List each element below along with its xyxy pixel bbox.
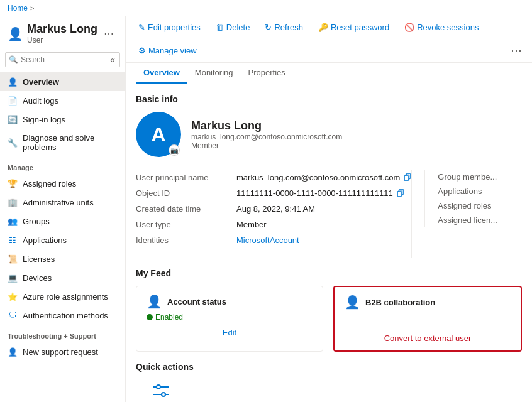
sidebar-item-diagnose-label: Diagnose and solve problems (23, 133, 118, 152)
license-icon: 📜 (8, 254, 18, 264)
search-input[interactable] (5, 52, 120, 67)
tab-overview[interactable]: Overview (136, 63, 187, 84)
tab-monitoring[interactable]: Monitoring (187, 63, 241, 84)
user-type-label: User type (136, 217, 236, 232)
sidebar-search-container: 🔍 « (5, 52, 120, 67)
sidebar-item-assigned-roles[interactable]: 🏆 Assigned roles (0, 174, 125, 193)
sidebar-item-audit-logs[interactable]: 📄 Audit logs (0, 91, 125, 110)
key-icon: 🔑 (318, 23, 328, 32)
sidebar-nav: 👤 Overview 📄 Audit logs 🔄 Sign-in logs 🔧… (0, 72, 125, 361)
quick-actions-section: Quick actions Edit properties (136, 362, 522, 402)
enabled-dot (147, 314, 153, 320)
sidebar-item-new-support[interactable]: 👤 New support request (0, 342, 125, 361)
auth-icon: 🛡 (8, 310, 18, 320)
basic-info-title: Basic info (136, 94, 522, 104)
toolbar: ✎ Edit properties 🗑 Delete ↻ Refresh 🔑 R… (126, 16, 532, 63)
licenses-stat-label: Assigned licen... (438, 215, 497, 225)
b2b-card: 👤 B2B collaboration Convert to external … (333, 286, 522, 352)
person-icon: 👤 (8, 77, 18, 87)
edit-properties-button[interactable]: ✎ Edit properties (136, 21, 203, 33)
sidebar-item-groups[interactable]: 👥 Groups (0, 212, 125, 231)
edit-icon: ✎ (138, 23, 145, 32)
account-status-title: 👤 Account status (147, 294, 313, 309)
account-edit-link[interactable]: Edit (147, 328, 313, 337)
revoke-sessions-button[interactable]: 🚫 Revoke sessions (402, 21, 481, 33)
breadcrumb-home[interactable]: Home (8, 4, 28, 13)
trash-icon: 🗑 (216, 23, 224, 32)
refresh-label: Refresh (274, 23, 303, 32)
refresh-button[interactable]: ↻ Refresh (262, 21, 306, 33)
manage-view-button[interactable]: ⚙ Manage view (136, 45, 199, 57)
applications-stat-label: Applications (438, 187, 482, 196)
reset-password-button[interactable]: 🔑 Reset password (316, 21, 392, 33)
svg-point-2 (157, 385, 160, 389)
main-content: ✎ Edit properties 🗑 Delete ↻ Refresh 🔑 R… (126, 16, 532, 402)
sidebar-header: 👤 Markus Long User ⋯ (0, 16, 125, 47)
my-feed-title: My Feed (136, 268, 522, 278)
sidebar-item-azure-role-label: Azure role assignments (23, 292, 108, 302)
sidebar-item-assigned-roles-label: Assigned roles (23, 179, 76, 188)
manage-section-label: Manage (0, 156, 125, 174)
tab-properties[interactable]: Properties (241, 63, 293, 84)
user-details: Markus Long markus_long.com@contoso.onmi… (191, 119, 342, 150)
sidebar-item-admin-units-label: Administrative units (23, 198, 94, 207)
tabs: Overview Monitoring Properties (126, 63, 532, 84)
sidebar-item-admin-units[interactable]: 🏢 Administrative units (0, 193, 125, 212)
stat-applications: Applications 6 (438, 184, 532, 198)
sidebar-item-auth-methods[interactable]: 🛡 Authentication methods (0, 306, 125, 325)
sidebar-item-licenses[interactable]: 📜 Licenses (0, 249, 125, 268)
collapse-icon[interactable]: « (110, 55, 115, 65)
user-info-header: A 📷 Markus Long markus_long.com@contoso.… (136, 112, 522, 157)
admin-icon: 🏢 (8, 197, 18, 207)
apps-icon: ☷ (8, 235, 18, 245)
sidebar-item-overview-label: Overview (23, 77, 59, 87)
identities-value: MicrosoftAccount (236, 232, 411, 248)
sidebar-item-azure-role[interactable]: ⭐ Azure role assignments (0, 287, 125, 306)
sidebar-item-audit-logs-label: Audit logs (23, 96, 58, 106)
b2b-title: 👤 B2B collaboration (345, 295, 511, 310)
sidebar-item-sign-in-logs[interactable]: 🔄 Sign-in logs (0, 110, 125, 129)
breadcrumb-separator: > (30, 4, 34, 12)
group-members-label: Group membe... (438, 172, 497, 182)
sidebar-item-diagnose[interactable]: 🔧 Diagnose and solve problems (0, 129, 125, 156)
quick-action-edit-properties[interactable]: Edit properties (136, 379, 186, 402)
feed-cards: 👤 Account status Enabled Edit 👤 (136, 286, 522, 352)
manage-view-label: Manage view (148, 46, 197, 55)
sidebar-more-icon[interactable]: ⋯ (104, 28, 114, 40)
camera-icon[interactable]: 📷 (169, 144, 180, 156)
created-label: Created date time (136, 201, 236, 217)
copy-object-id-icon[interactable]: 🗍 (397, 189, 404, 198)
my-feed-section: My Feed 👤 Account status Enabled Edit (136, 268, 522, 352)
sidebar-item-applications-label: Applications (23, 236, 67, 245)
sidebar-user-name: Markus Long (27, 23, 97, 36)
delete-button[interactable]: 🗑 Delete (213, 21, 253, 33)
created-value: Aug 8, 2022, 9:41 AM (236, 201, 411, 217)
delete-label: Delete (226, 23, 250, 32)
devices-icon: 💻 (8, 273, 18, 283)
copy-upn-icon[interactable]: 🗍 (404, 173, 411, 182)
audit-log-icon: 📄 (8, 95, 18, 106)
sidebar-item-devices[interactable]: 💻 Devices (0, 268, 125, 287)
sidebar-item-auth-methods-label: Authentication methods (23, 311, 108, 320)
troubleshoot-section-label: Troubleshooting + Support (0, 325, 125, 342)
svg-point-3 (162, 393, 165, 396)
sidebar-item-overview[interactable]: 👤 Overview (0, 72, 125, 91)
breadcrumb: Home > (0, 0, 532, 16)
gear-icon: ⚙ (138, 46, 146, 55)
avatar: A 📷 (136, 112, 181, 157)
page-content: Basic info A 📷 Markus Long markus_long.c… (126, 84, 532, 402)
sidebar-item-applications[interactable]: ☷ Applications (0, 231, 125, 249)
convert-external-user-link[interactable]: Convert to external user (345, 334, 511, 343)
stats-panel: Group membe... 1 Applications 6 Assigned… (411, 170, 532, 258)
b2b-person-icon: 👤 (345, 295, 360, 310)
identities-label: Identities (136, 232, 236, 248)
revoke-icon: 🚫 (404, 23, 414, 32)
properties-panel: User principal name markus_long.com@cont… (136, 170, 411, 258)
upn-value: markus_long.com@contoso.onmicrosoft.com … (236, 170, 411, 185)
signin-icon: 🔄 (8, 114, 18, 124)
identities-link[interactable]: MicrosoftAccount (236, 236, 299, 245)
azure-icon: ⭐ (8, 291, 18, 302)
toolbar-more-icon[interactable]: ⋯ (511, 43, 522, 57)
object-id-value: 11111111-0000-1111-0000-111111111111 🗍 (236, 185, 411, 201)
sidebar-item-devices-label: Devices (23, 273, 52, 283)
